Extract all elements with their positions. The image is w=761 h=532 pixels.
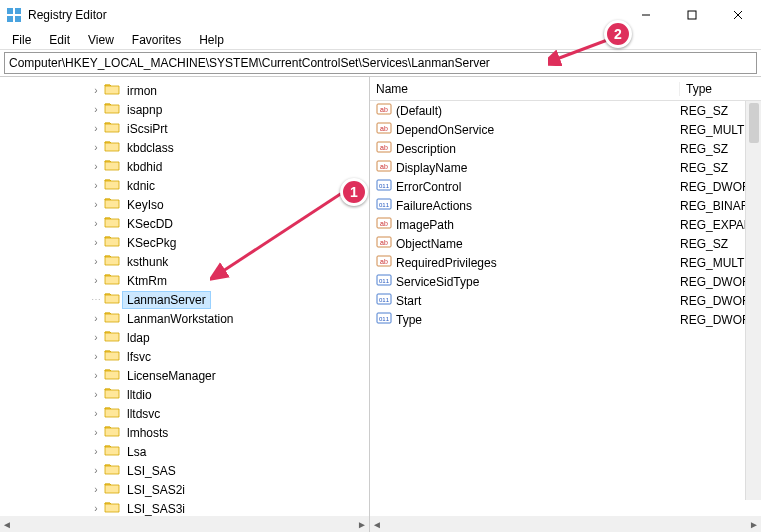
chevron-right-icon[interactable]: ›: [90, 237, 102, 248]
chevron-right-icon[interactable]: ›: [90, 370, 102, 381]
chevron-right-icon[interactable]: ›: [90, 389, 102, 400]
tree-item[interactable]: ›Lsa: [90, 442, 369, 461]
list-row[interactable]: abDisplayNameREG_SZ: [370, 158, 761, 177]
chevron-right-icon[interactable]: ›: [90, 275, 102, 286]
tree-item-label: Lsa: [122, 443, 151, 461]
chevron-right-icon[interactable]: ›: [90, 123, 102, 134]
tree-item-label: KSecDD: [122, 215, 178, 233]
list-pane[interactable]: Name Type ab(Default)REG_SZabDependOnSer…: [370, 77, 761, 516]
tree-item[interactable]: ›iScsiPrt: [90, 119, 369, 138]
string-value-icon: ab: [370, 120, 396, 139]
tree-item-label: LSI_SAS2i: [122, 481, 190, 499]
tree-item[interactable]: ›LicenseManager: [90, 366, 369, 385]
header-name[interactable]: Name: [370, 82, 680, 96]
chevron-right-icon[interactable]: ›: [90, 446, 102, 457]
tree-item[interactable]: ›kbdclass: [90, 138, 369, 157]
tree-item[interactable]: ›lltdio: [90, 385, 369, 404]
svg-text:ab: ab: [380, 163, 388, 170]
chevron-right-icon[interactable]: ›: [90, 427, 102, 438]
tree-item[interactable]: ›lmhosts: [90, 423, 369, 442]
chevron-right-icon[interactable]: ›: [90, 161, 102, 172]
tree-item[interactable]: ⋯LanmanServer: [90, 290, 369, 309]
list-row[interactable]: ab(Default)REG_SZ: [370, 101, 761, 120]
window-title: Registry Editor: [28, 8, 623, 22]
tree-guide-icon: ⋯: [90, 294, 102, 305]
menu-view[interactable]: View: [80, 31, 122, 49]
vertical-scrollbar[interactable]: [745, 101, 761, 500]
tree-item[interactable]: ›KtmRm: [90, 271, 369, 290]
chevron-right-icon[interactable]: ›: [90, 199, 102, 210]
value-name: ServiceSidType: [396, 275, 680, 289]
list-row[interactable]: abImagePathREG_EXPAN: [370, 215, 761, 234]
list-row[interactable]: abDependOnServiceREG_MULTI: [370, 120, 761, 139]
tree-pane[interactable]: ›irmon›isapnp›iScsiPrt›kbdclass›kbdhid›k…: [0, 77, 370, 516]
string-value-icon: ab: [370, 101, 396, 120]
menu-help[interactable]: Help: [191, 31, 232, 49]
chevron-right-icon[interactable]: ›: [90, 85, 102, 96]
chevron-right-icon[interactable]: ›: [90, 256, 102, 267]
close-button[interactable]: [715, 0, 761, 30]
tree-item[interactable]: ›KeyIso: [90, 195, 369, 214]
list-row[interactable]: 011StartREG_DWOR: [370, 291, 761, 310]
maximize-button[interactable]: [669, 0, 715, 30]
list-row[interactable]: abRequiredPrivilegesREG_MULTI: [370, 253, 761, 272]
svg-text:ab: ab: [380, 125, 388, 132]
tree-item[interactable]: ›kbdhid: [90, 157, 369, 176]
tree-item[interactable]: ›lfsvc: [90, 347, 369, 366]
tree-item[interactable]: ›KSecPkg: [90, 233, 369, 252]
list-row[interactable]: abObjectNameREG_SZ: [370, 234, 761, 253]
folder-icon: [104, 348, 120, 365]
folder-icon: [104, 405, 120, 422]
chevron-right-icon[interactable]: ›: [90, 104, 102, 115]
list-horizontal-scrollbar[interactable]: ◄ ►: [370, 516, 761, 532]
chevron-right-icon[interactable]: ›: [90, 142, 102, 153]
list-row[interactable]: 011TypeREG_DWOR: [370, 310, 761, 329]
value-name: Start: [396, 294, 680, 308]
chevron-right-icon[interactable]: ›: [90, 313, 102, 324]
binary-value-icon: 011: [370, 291, 396, 310]
minimize-button[interactable]: [623, 0, 669, 30]
tree-horizontal-scrollbar[interactable]: ◄ ►: [0, 516, 370, 532]
tree-item-label: kbdhid: [122, 158, 167, 176]
header-type[interactable]: Type: [680, 82, 761, 96]
list-row[interactable]: 011ServiceSidTypeREG_DWOR: [370, 272, 761, 291]
menu-file[interactable]: File: [4, 31, 39, 49]
folder-icon: [104, 158, 120, 175]
tree-item[interactable]: ›LSI_SAS: [90, 461, 369, 480]
folder-icon: [104, 443, 120, 460]
svg-text:011: 011: [379, 316, 390, 322]
chevron-right-icon[interactable]: ›: [90, 465, 102, 476]
tree-item[interactable]: ›LSI_SAS3i: [90, 499, 369, 516]
folder-icon: [104, 253, 120, 270]
folder-icon: [104, 196, 120, 213]
folder-icon: [104, 139, 120, 156]
tree-item[interactable]: ›LanmanWorkstation: [90, 309, 369, 328]
folder-icon: [104, 310, 120, 327]
folder-icon: [104, 101, 120, 118]
tree-item[interactable]: ›KSecDD: [90, 214, 369, 233]
list-row[interactable]: 011ErrorControlREG_DWOR: [370, 177, 761, 196]
menu-favorites[interactable]: Favorites: [124, 31, 189, 49]
chevron-right-icon[interactable]: ›: [90, 503, 102, 514]
tree-item[interactable]: ›irmon: [90, 81, 369, 100]
address-bar[interactable]: Computer\HKEY_LOCAL_MACHINE\SYSTEM\Curre…: [4, 52, 757, 74]
list-row[interactable]: 011FailureActionsREG_BINAR: [370, 196, 761, 215]
tree-item[interactable]: ›kdnic: [90, 176, 369, 195]
chevron-right-icon[interactable]: ›: [90, 484, 102, 495]
menu-edit[interactable]: Edit: [41, 31, 78, 49]
tree-item[interactable]: ›isapnp: [90, 100, 369, 119]
tree-item[interactable]: ›ldap: [90, 328, 369, 347]
folder-icon: [104, 82, 120, 99]
chevron-right-icon[interactable]: ›: [90, 408, 102, 419]
tree-item[interactable]: ›LSI_SAS2i: [90, 480, 369, 499]
folder-icon: [104, 462, 120, 479]
scroll-right-icon: ►: [749, 519, 759, 530]
chevron-right-icon[interactable]: ›: [90, 180, 102, 191]
folder-icon: [104, 291, 120, 308]
list-row[interactable]: abDescriptionREG_SZ: [370, 139, 761, 158]
chevron-right-icon[interactable]: ›: [90, 218, 102, 229]
tree-item[interactable]: ›lltdsvc: [90, 404, 369, 423]
chevron-right-icon[interactable]: ›: [90, 351, 102, 362]
tree-item[interactable]: ›ksthunk: [90, 252, 369, 271]
chevron-right-icon[interactable]: ›: [90, 332, 102, 343]
